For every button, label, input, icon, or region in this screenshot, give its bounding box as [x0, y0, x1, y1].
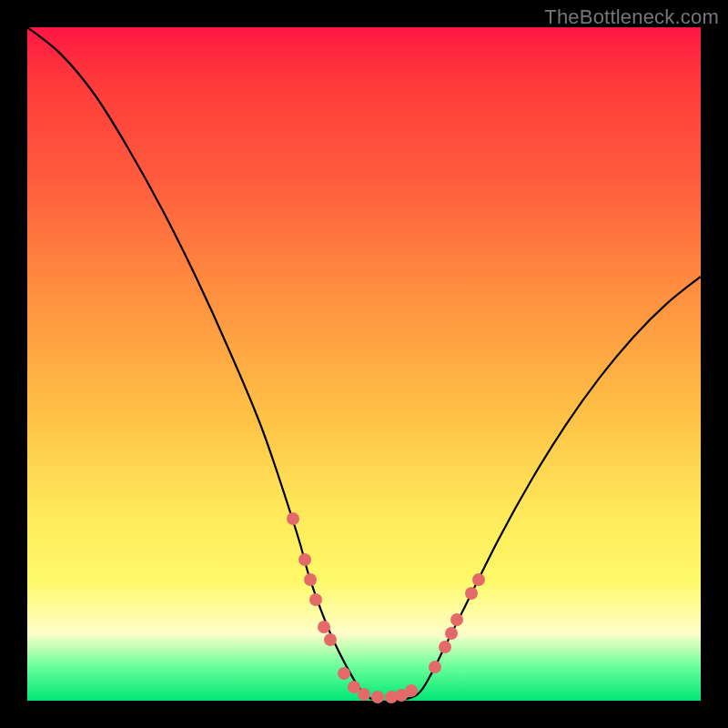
plot-area [27, 27, 701, 701]
data-marker [287, 512, 299, 525]
curve-svg [27, 27, 701, 701]
data-marker [445, 627, 458, 640]
data-marker [318, 621, 330, 633]
data-marker [358, 688, 370, 701]
data-marker [324, 633, 337, 646]
watermark-text: TheBottleneck.com [544, 5, 719, 29]
data-marker [304, 573, 317, 586]
data-marker [298, 553, 311, 566]
chart-container: TheBottleneck.com [0, 0, 728, 728]
data-marker [371, 691, 384, 703]
data-marker [439, 641, 451, 653]
data-marker [405, 684, 418, 697]
data-marker [450, 613, 463, 626]
data-marker [429, 661, 441, 673]
bottleneck-curve [27, 27, 701, 701]
data-marker [338, 667, 350, 680]
data-marker [309, 593, 322, 606]
data-marker [465, 587, 478, 600]
data-marker [472, 573, 485, 586]
